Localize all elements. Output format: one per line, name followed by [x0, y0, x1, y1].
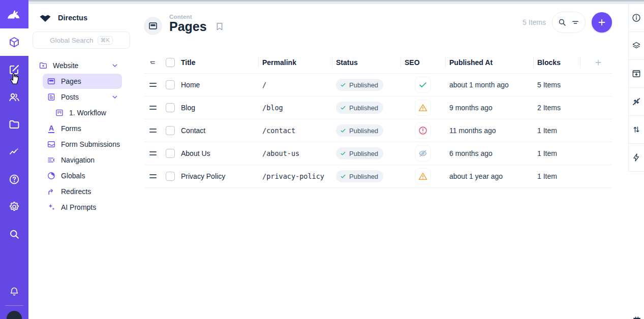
table-row[interactable]: About Us/about-usPublished6 months ago1 … [144, 142, 612, 165]
column-header-status[interactable]: Status [332, 51, 401, 73]
cell-title: Home [179, 81, 258, 89]
row-checkbox[interactable] [166, 149, 175, 158]
nav-item-label: Website [53, 61, 78, 70]
status-badge: Published [336, 147, 383, 160]
nav-item-label: Globals [61, 172, 85, 180]
module-settings[interactable] [0, 193, 28, 220]
nav-item-globals[interactable]: Globals [43, 168, 122, 183]
table-row[interactable]: Contact/contactPublished11 months ago1 I… [144, 119, 612, 142]
nav-item-posts[interactable]: Posts [43, 89, 122, 105]
row-checkbox[interactable] [166, 126, 175, 135]
module-help[interactable] [0, 166, 28, 193]
manual-sort-button[interactable] [144, 58, 162, 67]
module-insights[interactable] [0, 138, 28, 166]
nav-item-redirects[interactable]: Redirects [43, 184, 122, 199]
add-column-button[interactable] [580, 51, 612, 73]
project-name: Directus [58, 14, 87, 22]
search-filter-pill[interactable] [552, 12, 586, 33]
sparkles-icon [47, 203, 56, 212]
rabbit-icon [7, 8, 22, 20]
cell-title: Blog [179, 104, 258, 112]
cell-published-at: 9 months ago [445, 104, 533, 112]
cell-published-at: about 1 year ago [445, 172, 533, 180]
edit-icon [8, 63, 20, 76]
right-sidebar-icons [628, 4, 644, 172]
sidebar-button-import-export[interactable] [629, 116, 644, 144]
status-label: Published [349, 173, 378, 180]
nav-item-website[interactable]: Website [35, 58, 122, 73]
nav-item-label: Navigation [61, 156, 95, 164]
table-body: Home/Publishedabout 1 month ago5 ItemsBl… [144, 74, 612, 188]
drag-handle-icon[interactable] [149, 106, 157, 110]
archive-icon [631, 69, 641, 79]
drag-handle-icon[interactable] [149, 174, 157, 178]
search-icon [8, 228, 20, 240]
global-search-input[interactable]: Global Search ⌘K [33, 31, 130, 49]
sidebar-button-info[interactable] [629, 4, 644, 32]
seo-check-icon [418, 80, 428, 90]
module-users[interactable] [0, 83, 28, 111]
nav-sidebar: Directus Global Search ⌘K WebsitePagesPo… [28, 4, 134, 319]
row-checkbox[interactable] [166, 103, 175, 112]
add-item-button[interactable] [592, 12, 612, 33]
column-header-permalink[interactable]: Permalink [258, 51, 332, 73]
main-content: Content Pages 5 Items [134, 4, 628, 319]
drag-handle-icon[interactable] [149, 129, 157, 133]
nav-item-navigation[interactable]: Navigation [43, 152, 122, 168]
project-switcher[interactable]: Directus [28, 4, 134, 24]
status-badge: Published [336, 79, 383, 91]
users-icon [8, 91, 20, 103]
chevron-down-icon[interactable] [111, 61, 119, 70]
row-checkbox[interactable] [166, 172, 175, 181]
cell-blocks: 1 Item [533, 149, 580, 157]
check-icon [340, 150, 347, 157]
module-search[interactable] [0, 220, 28, 248]
module-editor[interactable] [0, 56, 28, 83]
nav-item-pages[interactable]: Pages [43, 74, 122, 89]
nav-item-label: Forms [61, 124, 81, 133]
cell-published-at: 6 months ago [445, 149, 533, 157]
column-header-published-at[interactable]: Published At [445, 51, 533, 73]
page-header: Content Pages 5 Items [134, 4, 628, 51]
page-title: Pages [169, 19, 207, 34]
nav-item-1-workflow[interactable]: 1. Workflow [51, 105, 122, 120]
user-avatar[interactable] [7, 311, 22, 319]
nav-item-forms[interactable]: AForms [43, 121, 122, 136]
column-header-title[interactable]: Title [179, 51, 258, 73]
drag-handle-icon[interactable] [149, 83, 157, 87]
filter-icon[interactable] [571, 18, 580, 27]
table-row[interactable]: Home/Publishedabout 1 month ago5 Items [144, 74, 612, 97]
pages-table: Title Permalink Status SEO Published At … [144, 51, 612, 188]
module-notifications[interactable] [0, 278, 28, 305]
column-header-seo[interactable]: SEO [401, 51, 445, 73]
bookmark-icon[interactable] [214, 21, 225, 31]
seo-warning-icon [418, 103, 428, 113]
sidebar-button-sync-off[interactable] [629, 88, 644, 116]
sort-icon [149, 58, 157, 67]
column-header-blocks[interactable]: Blocks [533, 51, 580, 73]
drag-handle-icon[interactable] [149, 151, 157, 155]
sidebar-button-layers[interactable] [629, 32, 644, 60]
module-files[interactable] [0, 111, 28, 138]
gear-icon [8, 201, 20, 213]
nav-item-form-submissions[interactable]: Form Submissions [43, 137, 122, 152]
cell-blocks: 5 Items [533, 81, 580, 89]
cell-title: About Us [179, 149, 258, 157]
nav-item-ai-prompts[interactable]: AI Prompts [43, 200, 122, 215]
chevron-down-icon[interactable] [111, 93, 119, 101]
cell-published-at: 11 months ago [445, 126, 533, 135]
table-row[interactable]: Privacy Policy/privacy-policyPublishedab… [144, 165, 612, 188]
bell-icon [9, 286, 20, 297]
nav-item-label: 1. Workflow [69, 109, 106, 117]
sidebar-button-bolt[interactable] [629, 144, 644, 172]
search-icon[interactable] [558, 18, 567, 27]
directus-logo[interactable] [0, 0, 28, 28]
table-row[interactable]: Blog/blogPublished9 months ago2 Items [144, 97, 612, 119]
seo-hidden-icon [418, 148, 428, 158]
sidebar-button-archive[interactable] [629, 60, 644, 88]
row-checkbox[interactable] [166, 80, 175, 89]
select-all-checkbox[interactable] [166, 58, 175, 67]
nav-list: WebsitePagesPosts1. WorkflowAFormsForm S… [28, 54, 134, 215]
module-content[interactable] [0, 28, 28, 56]
redirect-icon [47, 187, 56, 196]
